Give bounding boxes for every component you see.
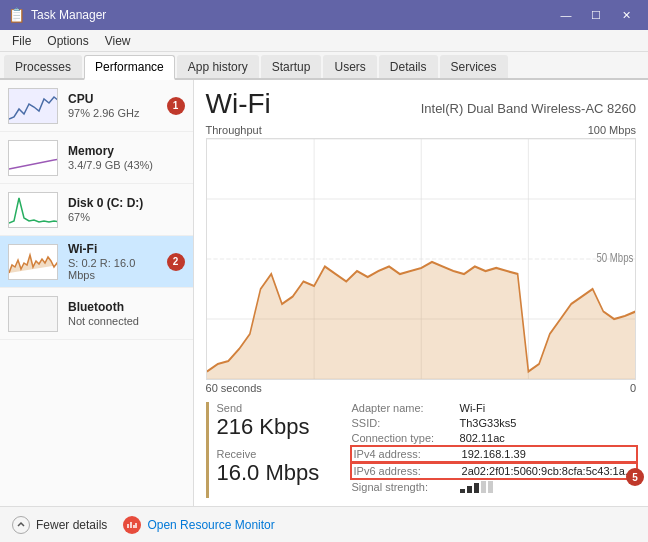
disk-label: Disk 0 (C: D:) bbox=[68, 196, 185, 210]
wifi-thumbnail bbox=[8, 244, 58, 280]
svg-rect-13 bbox=[488, 481, 493, 493]
panel-subtitle: Intel(R) Dual Band Wireless-AC 8260 bbox=[421, 101, 636, 116]
cpu-thumbnail bbox=[8, 88, 58, 124]
fewer-details-button[interactable]: Fewer details bbox=[12, 516, 107, 534]
adapter-name-row: Adapter name: Wi-Fi bbox=[352, 402, 636, 414]
send-stat: Send 216 Kbps bbox=[217, 402, 336, 440]
send-value: 216 Kbps bbox=[217, 414, 336, 440]
footer: Fewer details Open Resource Monitor bbox=[0, 506, 648, 542]
connection-type-row: Connection type: 802.11ac bbox=[352, 432, 636, 444]
minimize-button[interactable]: — bbox=[552, 1, 580, 29]
throughput-label: Throughput bbox=[206, 124, 262, 136]
sidebar: CPU 97% 2.96 GHz 1 Memory 3.4/7.9 GB (43… bbox=[0, 80, 194, 506]
memory-info: Memory 3.4/7.9 GB (43%) bbox=[68, 144, 185, 171]
ipv6-val: 2a02:2f01:5060:9cb:8cfa:5c43:1a... bbox=[462, 465, 634, 477]
window-controls: — ☐ ✕ bbox=[552, 1, 640, 29]
cpu-info: CPU 97% 2.96 GHz bbox=[68, 92, 163, 119]
tab-startup[interactable]: Startup bbox=[261, 55, 322, 78]
disk-info: Disk 0 (C: D:) 67% bbox=[68, 196, 185, 223]
wifi-badge: 2 bbox=[167, 253, 185, 271]
memory-thumbnail bbox=[8, 140, 58, 176]
bluetooth-stat: Not connected bbox=[68, 315, 185, 327]
ipv6-row: IPv6 address: 2a02:2f01:5060:9cb:8cfa:5c… bbox=[352, 464, 636, 478]
send-label: Send bbox=[217, 402, 336, 414]
resource-monitor-icon bbox=[123, 516, 141, 534]
close-button[interactable]: ✕ bbox=[612, 1, 640, 29]
receive-stat: Receive 16.0 Mbps bbox=[217, 448, 336, 486]
info-grid: Send 216 Kbps Receive 16.0 Mbps Adapter … bbox=[206, 402, 636, 498]
cpu-label: CPU bbox=[68, 92, 163, 106]
connection-type-val: 802.11ac bbox=[460, 432, 505, 444]
tab-users[interactable]: Users bbox=[323, 55, 376, 78]
adapter-name-key: Adapter name: bbox=[352, 402, 452, 414]
tab-details[interactable]: Details bbox=[379, 55, 438, 78]
chart-labels-bottom: 60 seconds 0 bbox=[206, 382, 636, 394]
sidebar-item-wifi[interactable]: Wi-Fi S: 0.2 R: 16.0 Mbps 2 bbox=[0, 236, 193, 288]
svg-text:50 Mbps: 50 Mbps bbox=[596, 249, 633, 264]
window-title: Task Manager bbox=[31, 8, 552, 22]
main-content: CPU 97% 2.96 GHz 1 Memory 3.4/7.9 GB (43… bbox=[0, 80, 648, 506]
sidebar-item-bluetooth[interactable]: Bluetooth Not connected bbox=[0, 288, 193, 340]
signal-key: Signal strength: bbox=[352, 481, 452, 495]
tab-performance[interactable]: Performance bbox=[84, 55, 175, 80]
menubar: File Options View bbox=[0, 30, 648, 52]
cpu-stat: 97% 2.96 GHz bbox=[68, 107, 163, 119]
svg-rect-10 bbox=[467, 486, 472, 493]
ssid-row: SSID: Th3G33ks5 bbox=[352, 417, 636, 429]
memory-label: Memory bbox=[68, 144, 185, 158]
svg-rect-12 bbox=[481, 481, 486, 493]
memory-stat: 3.4/7.9 GB (43%) bbox=[68, 159, 185, 171]
sidebar-item-disk[interactable]: Disk 0 (C: D:) 67% bbox=[0, 184, 193, 236]
disk-thumbnail bbox=[8, 192, 58, 228]
tab-app-history[interactable]: App history bbox=[177, 55, 259, 78]
titlebar: 📋 Task Manager — ☐ ✕ bbox=[0, 0, 648, 30]
time-label: 60 seconds bbox=[206, 382, 262, 394]
ipv4-val: 192.168.1.39 bbox=[462, 448, 526, 460]
throughput-stats: Send 216 Kbps Receive 16.0 Mbps bbox=[206, 402, 336, 498]
ssid-val: Th3G33ks5 bbox=[460, 417, 517, 429]
disk-stat: 67% bbox=[68, 211, 185, 223]
tab-services[interactable]: Services bbox=[440, 55, 508, 78]
adapter-info: Adapter name: Wi-Fi SSID: Th3G33ks5 Conn… bbox=[352, 402, 636, 498]
open-resource-monitor-label: Open Resource Monitor bbox=[147, 518, 274, 532]
bluetooth-label: Bluetooth bbox=[68, 300, 185, 314]
max-label: 100 Mbps bbox=[588, 124, 636, 136]
zero-label: 0 bbox=[630, 382, 636, 394]
bluetooth-thumbnail bbox=[8, 296, 58, 332]
svg-rect-9 bbox=[460, 489, 465, 493]
bluetooth-info: Bluetooth Not connected bbox=[68, 300, 185, 327]
ssid-key: SSID: bbox=[352, 417, 452, 429]
wifi-stat: S: 0.2 R: 16.0 Mbps bbox=[68, 257, 163, 281]
wifi-info: Wi-Fi S: 0.2 R: 16.0 Mbps bbox=[68, 242, 163, 281]
signal-row: Signal strength: bbox=[352, 481, 636, 495]
ipv4-key: IPv4 address: bbox=[354, 448, 454, 460]
throughput-chart: 50 Mbps bbox=[206, 138, 636, 380]
detail-panel: Wi-Fi Intel(R) Dual Band Wireless-AC 826… bbox=[194, 80, 648, 506]
maximize-button[interactable]: ☐ bbox=[582, 1, 610, 29]
menu-view[interactable]: View bbox=[97, 32, 139, 50]
svg-rect-11 bbox=[474, 483, 479, 493]
cpu-badge: 1 bbox=[167, 97, 185, 115]
sidebar-item-cpu[interactable]: CPU 97% 2.96 GHz 1 bbox=[0, 80, 193, 132]
panel-title: Wi-Fi bbox=[206, 88, 271, 120]
sidebar-item-memory[interactable]: Memory 3.4/7.9 GB (43%) bbox=[0, 132, 193, 184]
adapter-name-val: Wi-Fi bbox=[460, 402, 486, 414]
open-resource-monitor-button[interactable]: Open Resource Monitor bbox=[123, 516, 274, 534]
tabbar: Processes Performance App history Startu… bbox=[0, 52, 648, 80]
chart-labels-top: Throughput 100 Mbps bbox=[206, 124, 636, 136]
fewer-details-label: Fewer details bbox=[36, 518, 107, 532]
wifi-label: Wi-Fi bbox=[68, 242, 163, 256]
connection-type-key: Connection type: bbox=[352, 432, 452, 444]
signal-val bbox=[460, 481, 500, 495]
receive-value: 16.0 Mbps bbox=[217, 460, 336, 486]
highlighted-badge: 5 bbox=[626, 468, 644, 486]
menu-options[interactable]: Options bbox=[39, 32, 96, 50]
fewer-details-icon bbox=[12, 516, 30, 534]
ipv6-key: IPv6 address: bbox=[354, 465, 454, 477]
app-icon: 📋 bbox=[8, 7, 25, 23]
tab-processes[interactable]: Processes bbox=[4, 55, 82, 78]
receive-label: Receive bbox=[217, 448, 336, 460]
ipv4-row: IPv4 address: 192.168.1.39 bbox=[352, 447, 636, 461]
menu-file[interactable]: File bbox=[4, 32, 39, 50]
panel-header: Wi-Fi Intel(R) Dual Band Wireless-AC 826… bbox=[206, 88, 636, 120]
